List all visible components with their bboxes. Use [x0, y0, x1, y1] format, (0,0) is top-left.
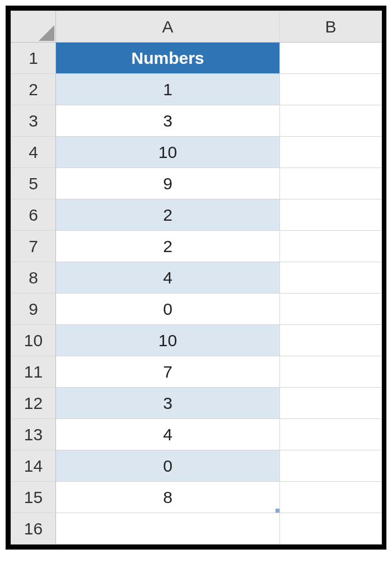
select-all-triangle[interactable] [11, 11, 56, 43]
table-row: 16 [11, 513, 382, 545]
row-header-14[interactable]: 14 [11, 450, 56, 482]
row-header-6[interactable]: 6 [11, 199, 56, 231]
cell-B1[interactable] [280, 43, 382, 74]
cell-A9[interactable]: 0 [56, 294, 280, 325]
cell-B9[interactable] [280, 294, 382, 325]
fill-handle-icon[interactable] [276, 509, 280, 513]
select-all-icon [39, 25, 54, 41]
row-header-11[interactable]: 11 [11, 356, 56, 388]
table-row: 5 9 [11, 168, 382, 199]
table-row: 12 3 [11, 388, 382, 419]
cell-A6[interactable]: 2 [56, 199, 280, 231]
table-row: 7 2 [11, 231, 382, 262]
column-header-A[interactable]: A [56, 11, 280, 43]
cell-B11[interactable] [280, 356, 382, 388]
cell-A3[interactable]: 3 [56, 105, 280, 137]
column-header-B[interactable]: B [280, 11, 382, 43]
svg-marker-0 [39, 25, 54, 41]
cell-B15[interactable] [280, 482, 382, 513]
row-header-15[interactable]: 15 [11, 482, 56, 513]
row-header-13[interactable]: 13 [11, 419, 56, 450]
table-row: 15 8 [11, 482, 382, 513]
column-header-row: A B [11, 11, 382, 43]
row-header-2[interactable]: 2 [11, 74, 56, 105]
cell-B4[interactable] [280, 137, 382, 168]
cell-B8[interactable] [280, 262, 382, 294]
spreadsheet-grid[interactable]: A B 1 Numbers 2 1 3 3 4 10 5 9 6 2 7 2 [11, 11, 382, 545]
row-header-5[interactable]: 5 [11, 168, 56, 199]
row-header-16[interactable]: 16 [11, 513, 56, 545]
spreadsheet-frame: A B 1 Numbers 2 1 3 3 4 10 5 9 6 2 7 2 [6, 6, 386, 550]
cell-B5[interactable] [280, 168, 382, 199]
cell-A12[interactable]: 3 [56, 388, 280, 419]
cell-A1[interactable]: Numbers [56, 43, 280, 74]
cell-A7[interactable]: 2 [56, 231, 280, 262]
cell-A4[interactable]: 10 [56, 137, 280, 168]
cell-A13[interactable]: 4 [56, 419, 280, 450]
cell-A5[interactable]: 9 [56, 168, 280, 199]
cell-A15[interactable]: 8 [56, 482, 280, 513]
row-header-4[interactable]: 4 [11, 137, 56, 168]
cell-B14[interactable] [280, 450, 382, 482]
table-row: 13 4 [11, 419, 382, 450]
cell-B13[interactable] [280, 419, 382, 450]
cell-B6[interactable] [280, 199, 382, 231]
table-row: 4 10 [11, 137, 382, 168]
table-row: 2 1 [11, 74, 382, 105]
table-row: 11 7 [11, 356, 382, 388]
cell-A16[interactable] [56, 513, 280, 545]
cell-A15-value: 8 [163, 488, 172, 506]
table-row: 9 0 [11, 294, 382, 325]
row-header-3[interactable]: 3 [11, 105, 56, 137]
cell-A2[interactable]: 1 [56, 74, 280, 105]
cell-A10[interactable]: 10 [56, 325, 280, 356]
cell-B10[interactable] [280, 325, 382, 356]
row-header-9[interactable]: 9 [11, 294, 56, 325]
cell-B3[interactable] [280, 105, 382, 137]
cell-A8[interactable]: 4 [56, 262, 280, 294]
row-header-7[interactable]: 7 [11, 231, 56, 262]
table-row: 8 4 [11, 262, 382, 294]
row-header-10[interactable]: 10 [11, 325, 56, 356]
table-row: 3 3 [11, 105, 382, 137]
cell-A14[interactable]: 0 [56, 450, 280, 482]
cell-B12[interactable] [280, 388, 382, 419]
table-row: 1 Numbers [11, 43, 382, 74]
table-row: 14 0 [11, 450, 382, 482]
row-header-12[interactable]: 12 [11, 388, 56, 419]
row-header-1[interactable]: 1 [11, 43, 56, 74]
cell-A11[interactable]: 7 [56, 356, 280, 388]
cell-B7[interactable] [280, 231, 382, 262]
cell-B16[interactable] [280, 513, 382, 545]
cell-B2[interactable] [280, 74, 382, 105]
table-row: 6 2 [11, 199, 382, 231]
row-header-8[interactable]: 8 [11, 262, 56, 294]
table-row: 10 10 [11, 325, 382, 356]
